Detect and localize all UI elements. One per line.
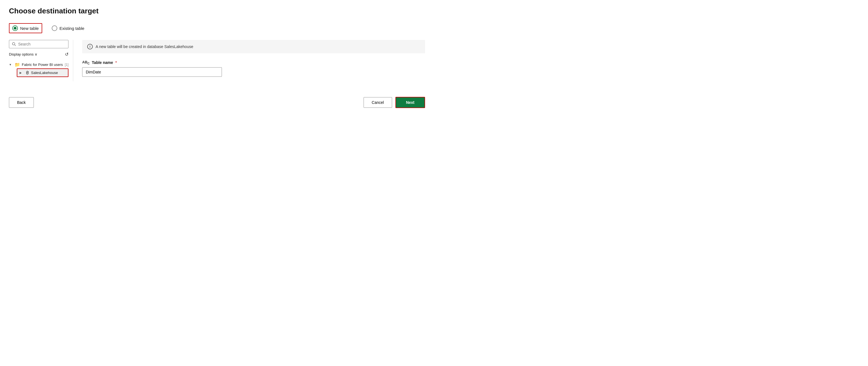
page-title: Choose destination target bbox=[9, 7, 425, 15]
lakehouse-chevron-icon[interactable]: ▶ bbox=[20, 71, 24, 74]
workspace-chevron-icon[interactable]: ▼ bbox=[9, 63, 13, 66]
table-name-label: Table name bbox=[92, 60, 113, 65]
left-panel: Display options ∨ ↺ ▼ 📁 Fabric for Power… bbox=[9, 40, 73, 81]
radio-existing-table-label: Existing table bbox=[60, 26, 84, 31]
tree-area: ▼ 📁 Fabric for Power BI users [1] ▶ 🛢 Sa… bbox=[9, 61, 68, 77]
back-button[interactable]: Back bbox=[9, 97, 34, 108]
info-icon: i bbox=[87, 44, 93, 49]
display-options-label: Display options bbox=[9, 52, 34, 56]
radio-group: New table Existing table bbox=[9, 23, 425, 33]
lakehouse-item[interactable]: ▶ 🛢 SalesLakehouse bbox=[17, 68, 68, 77]
lakehouse-icon: 🛢 bbox=[25, 70, 29, 75]
bottom-bar: Back Cancel Next bbox=[9, 92, 425, 108]
table-name-section: ABC Table name * bbox=[82, 60, 425, 77]
cancel-button[interactable]: Cancel bbox=[364, 97, 392, 108]
search-box[interactable] bbox=[9, 40, 68, 48]
radio-existing-table[interactable]: Existing table bbox=[49, 24, 87, 33]
table-name-label-row: ABC Table name * bbox=[82, 60, 425, 65]
right-panel: i A new table will be created in databas… bbox=[73, 40, 425, 81]
search-icon bbox=[12, 42, 16, 46]
info-banner: i A new table will be created in databas… bbox=[82, 40, 425, 53]
display-options-button[interactable]: Display options ∨ bbox=[9, 52, 37, 56]
search-input[interactable] bbox=[18, 42, 65, 46]
folder-icon: 📁 bbox=[14, 62, 20, 67]
workspace-count: [1] bbox=[65, 63, 68, 67]
chevron-down-icon: ∨ bbox=[35, 52, 37, 56]
main-content: Display options ∨ ↺ ▼ 📁 Fabric for Power… bbox=[9, 40, 425, 81]
radio-new-table[interactable]: New table bbox=[9, 23, 42, 33]
lakehouse-label: SalesLakehouse bbox=[31, 71, 58, 75]
svg-point-0 bbox=[12, 42, 15, 45]
tree-child: ▶ 🛢 SalesLakehouse bbox=[9, 68, 68, 77]
next-button[interactable]: Next bbox=[396, 97, 425, 108]
button-right-group: Cancel Next bbox=[364, 97, 425, 108]
radio-new-table-label: New table bbox=[20, 26, 39, 31]
table-name-input[interactable] bbox=[82, 67, 222, 77]
display-options-row: Display options ∨ ↺ bbox=[9, 52, 68, 57]
radio-circle-existing-table bbox=[52, 25, 57, 31]
refresh-icon[interactable]: ↺ bbox=[65, 52, 68, 57]
workspace-item[interactable]: ▼ 📁 Fabric for Power BI users [1] bbox=[9, 61, 68, 68]
radio-circle-new-table bbox=[12, 25, 18, 31]
abc-icon: ABC bbox=[82, 60, 90, 65]
required-star: * bbox=[116, 60, 117, 65]
info-banner-text: A new table will be created in database … bbox=[96, 44, 193, 49]
svg-line-1 bbox=[14, 45, 16, 46]
workspace-label: Fabric for Power BI users bbox=[22, 63, 63, 67]
